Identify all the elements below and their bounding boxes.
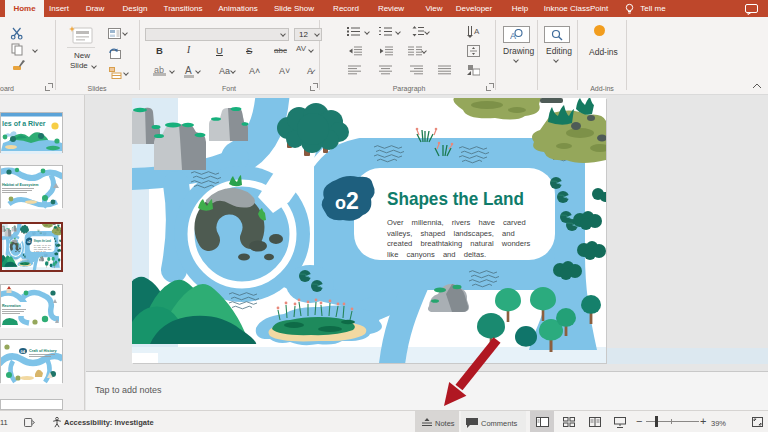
svg-text:Shapes the Land: Shapes the Land [387, 188, 524, 209]
svg-text:o: o [335, 193, 346, 213]
svg-text:A: A [474, 27, 480, 36]
svg-text:les of a River: les of a River [2, 120, 46, 127]
svg-text:Craft of History: Craft of History [29, 349, 58, 353]
svg-text:A: A [510, 31, 516, 40]
svg-text:like canyons and deltas.: like canyons and deltas. [387, 250, 486, 259]
svg-text:Recreation: Recreation [2, 304, 21, 308]
svg-text:2: 2 [346, 188, 359, 214]
svg-text:created breathtaking natural w: created breathtaking natural wonders [387, 239, 531, 248]
svg-text:Habitat of Ecosystem: Habitat of Ecosystem [2, 183, 39, 187]
svg-text:04: 04 [21, 349, 26, 354]
svg-text:valleys, shaped landscapes, an: valleys, shaped landscapes, and [387, 229, 515, 238]
svg-text:Over millennia, rivers have ca: Over millennia, rivers have carved [387, 218, 526, 227]
